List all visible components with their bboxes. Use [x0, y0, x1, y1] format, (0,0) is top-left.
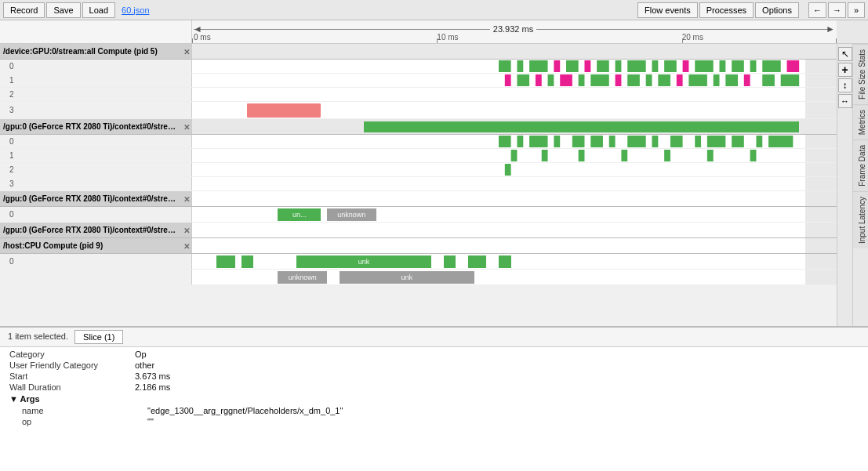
- label-0b: 0: [0, 135, 192, 148]
- svg-rect-16: [762, 60, 780, 72]
- close-rtx-s2[interactable]: ✕: [183, 194, 190, 203]
- unk-bar-cpu[interactable]: unk: [340, 271, 474, 284]
- close-gpu-all[interactable]: ✕: [183, 47, 190, 56]
- label-0c: 0: [0, 207, 192, 222]
- svg-rect-24: [590, 74, 608, 86]
- nav-next-button[interactable]: →: [828, 2, 846, 18]
- svg-rect-10: [664, 60, 677, 72]
- options-button[interactable]: Options: [755, 2, 799, 18]
- slice-tab[interactable]: Slice (1): [74, 330, 123, 344]
- sb-spacer-rtx-s1: [821, 119, 837, 134]
- svg-rect-39: [554, 136, 560, 147]
- zoom-in-button[interactable]: +: [838, 63, 852, 77]
- svg-rect-55: [664, 150, 670, 161]
- svg-rect-28: [658, 74, 670, 86]
- sb-0d: [821, 254, 837, 269]
- group-label-cpu: /host:CPU Compute (pid 9) ✕: [0, 238, 192, 253]
- flow-events-button[interactable]: Flow events: [637, 2, 698, 18]
- track-group-rtx-s2: /gpu:0 (GeForce RTX 2080 Ti)/context#0/s…: [0, 191, 837, 207]
- svg-rect-4: [566, 60, 579, 72]
- salmon-bar[interactable]: [247, 103, 321, 118]
- canvas-0c: un... unknown: [192, 207, 805, 222]
- bars-1b: [192, 149, 805, 162]
- bars-2b: [192, 163, 805, 176]
- canvas-1b: [192, 149, 805, 162]
- unknown-bar-right[interactable]: unknown: [327, 208, 376, 221]
- details-header: 1 item selected. Slice (1): [0, 328, 868, 347]
- close-rtx-s1[interactable]: ✕: [183, 122, 190, 131]
- detail-key-start: Start: [9, 371, 135, 381]
- svg-rect-1: [517, 60, 523, 72]
- group-label-rtx-s1: /gpu:0 (GeForce RTX 2080 Ti)/context#0/s…: [0, 119, 192, 134]
- detail-key-name: name: [22, 406, 147, 415]
- svg-rect-48: [732, 136, 744, 147]
- svg-rect-21: [548, 74, 554, 86]
- sb-1d: [821, 270, 837, 284]
- svg-rect-11: [683, 60, 689, 72]
- ctrl-0d: [805, 254, 821, 269]
- cpu-bar-sm5: [499, 255, 511, 268]
- track-group-gpu-all: /device:GPU:0/stream:all Compute (pid 5)…: [0, 44, 837, 60]
- group-label-gpu-all: /device:GPU:0/stream:all Compute (pid 5)…: [0, 44, 192, 59]
- svg-rect-14: [732, 60, 744, 72]
- canvas-cpu-header: [192, 238, 805, 253]
- unknown-bar-left[interactable]: un...: [278, 208, 321, 221]
- unk-bar[interactable]: unk: [296, 255, 431, 268]
- svg-rect-56: [707, 150, 714, 161]
- svg-rect-43: [627, 136, 645, 147]
- svg-rect-37: [517, 136, 523, 147]
- svg-rect-41: [590, 136, 603, 147]
- rtx-s1-header-bar: [364, 121, 799, 132]
- cursor-tool-button[interactable]: ↖: [838, 47, 852, 61]
- record-button[interactable]: Record: [3, 2, 45, 18]
- canvas-0b: [192, 135, 805, 148]
- current-time-label: 23.932 ms: [490, 24, 536, 34]
- track-group-rtx-s3: /gpu:0 (GeForce RTX 2080 Ti)/context#0/s…: [0, 223, 837, 238]
- close-rtx-s3[interactable]: ✕: [183, 226, 190, 234]
- canvas-0d: unk: [192, 254, 805, 269]
- nav-prev-button[interactable]: ←: [808, 2, 826, 18]
- processes-button[interactable]: Processes: [699, 2, 754, 18]
- unk-label: unk: [358, 258, 370, 266]
- detail-val-start: 3.673 ms: [135, 371, 170, 381]
- svg-rect-51: [511, 150, 518, 161]
- canvas-rtx-s3: [192, 223, 805, 237]
- load-button[interactable]: Load: [82, 2, 115, 18]
- canvas-3a: [192, 102, 805, 118]
- svg-rect-9: [652, 60, 659, 72]
- track-row-0d: 0 unk: [0, 254, 837, 270]
- ctrl-spacer-0a: [805, 60, 821, 73]
- track-row-1b: 1: [0, 149, 837, 163]
- save-button[interactable]: Save: [46, 2, 80, 18]
- sidebar-tab-file-size[interactable]: File Size Stats: [853, 44, 868, 104]
- detail-row-start: Start 3.673 ms: [6, 371, 862, 382]
- unknown-bar-cpu[interactable]: unknown: [278, 271, 327, 284]
- sb-cpu: [821, 238, 837, 253]
- svg-rect-17: [787, 60, 800, 72]
- svg-rect-53: [579, 150, 585, 161]
- detail-row-wall-dur: Wall Duration 2.186 ms: [6, 382, 862, 393]
- sidebar-tab-input-latency[interactable]: Input Latency: [853, 191, 868, 248]
- fit-button[interactable]: ↔: [838, 94, 852, 108]
- nav-expand-button[interactable]: »: [848, 2, 865, 18]
- detail-row-name: name "edge_1300__arg_rggnet/Placeholders…: [6, 405, 862, 416]
- cpu-bar-sm1: [216, 255, 234, 268]
- canvas-0a: [192, 60, 805, 73]
- svg-rect-40: [572, 136, 585, 147]
- sidebar-tab-frame-data[interactable]: Frame Data: [853, 139, 868, 191]
- svg-rect-2: [529, 60, 547, 72]
- controls-panel: ↖ + ↕ ↔: [837, 44, 852, 326]
- ctrl-2b: [805, 163, 821, 176]
- controls-spacer: [805, 44, 821, 59]
- sidebar-tab-metrics[interactable]: Metrics: [853, 104, 868, 139]
- ruler-left-spacer: [0, 20, 192, 43]
- svg-rect-54: [621, 150, 627, 161]
- selection-count: 1 item selected.: [3, 330, 73, 344]
- zoom-out-button[interactable]: ↕: [838, 78, 852, 92]
- close-cpu[interactable]: ✕: [183, 241, 190, 250]
- svg-rect-44: [652, 136, 659, 147]
- svg-rect-57: [750, 150, 757, 161]
- svg-rect-34: [762, 74, 775, 86]
- label-1d: [0, 270, 192, 284]
- svg-rect-22: [560, 74, 572, 86]
